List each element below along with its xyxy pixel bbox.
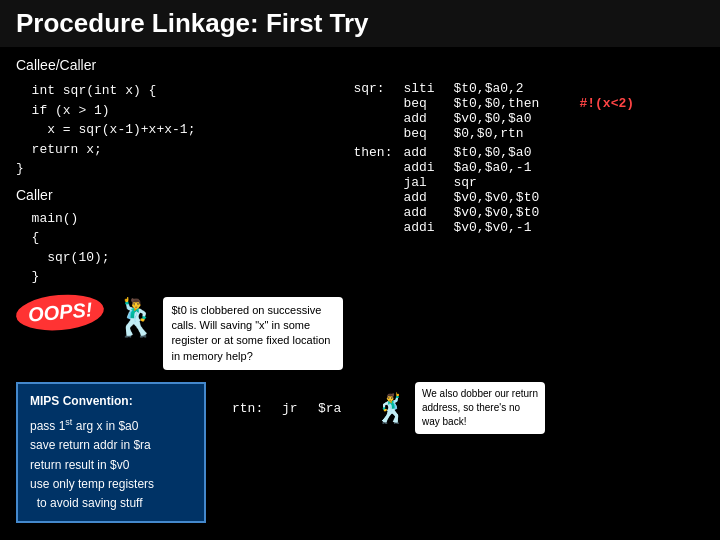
rtn-arg: $ra — [318, 401, 368, 416]
asm-args: sqr — [453, 175, 573, 190]
asm-args: $v0,$v0,-1 — [453, 220, 573, 235]
asm-instr: add — [403, 111, 447, 126]
asm-args: $t0,$0,$a0 — [453, 145, 573, 160]
mips-line-2: save return addr in $ra — [30, 436, 192, 455]
dobber-comment: We also dobber our return address, so th… — [415, 382, 545, 434]
asm-instr: add — [403, 145, 447, 160]
oops-description: $t0 is clobbered on successive calls. Wi… — [163, 297, 343, 371]
caller-code: main() { sqr(10); } — [16, 209, 343, 287]
sqr-label: sqr: — [353, 81, 397, 96]
asm-instr: jal — [403, 175, 447, 190]
asm-instr: add — [403, 205, 447, 220]
mips-convention-box: MIPS Convention: pass 1st arg x in $a0 s… — [16, 382, 206, 523]
callee-code: int sqr(int x) { if (x > 1) x = sqr(x-1)… — [16, 81, 343, 179]
asm-instr: addi — [403, 220, 447, 235]
mips-convention-title: MIPS Convention: — [30, 392, 192, 411]
mips-line-1: pass 1st arg x in $a0 — [30, 415, 192, 436]
asm-instr: add — [403, 190, 447, 205]
asm-instr: beq — [403, 126, 447, 141]
caller-label: Caller — [16, 187, 343, 203]
callee-caller-label: Callee/Caller — [16, 57, 704, 73]
stick-figure-rtn: 🕺 — [374, 392, 409, 425]
rtn-label: rtn: — [232, 401, 276, 416]
asm-instr: beq — [403, 96, 447, 111]
asm-args: $t0,$a0,2 — [453, 81, 573, 96]
page-title: Procedure Linkage: First Try — [0, 0, 720, 47]
mips-line-4: use only temp registers — [30, 475, 192, 494]
mips-line-5: to avoid saving stuff — [30, 494, 192, 513]
asm-args: $v0,$0,$a0 — [453, 111, 573, 126]
rtn-instr: jr — [282, 401, 312, 416]
then-label: then: — [353, 145, 397, 160]
oops-badge: OOPS! — [15, 291, 106, 334]
asm-args: $a0,$a0,-1 — [453, 160, 573, 175]
asm-instr: slti — [403, 81, 447, 96]
mips-line-3: return result in $v0 — [30, 456, 192, 475]
asm-args: $0,$0,rtn — [453, 126, 573, 141]
asm-args: $v0,$v0,$t0 — [453, 190, 573, 205]
asm-args: $t0,$0,then — [453, 96, 573, 111]
stick-figure-oops: 🕺 — [112, 297, 157, 339]
asm-args: $v0,$v0,$t0 — [453, 205, 573, 220]
highlight-comment: #!(x<2) — [579, 96, 634, 111]
asm-instr: addi — [403, 160, 447, 175]
